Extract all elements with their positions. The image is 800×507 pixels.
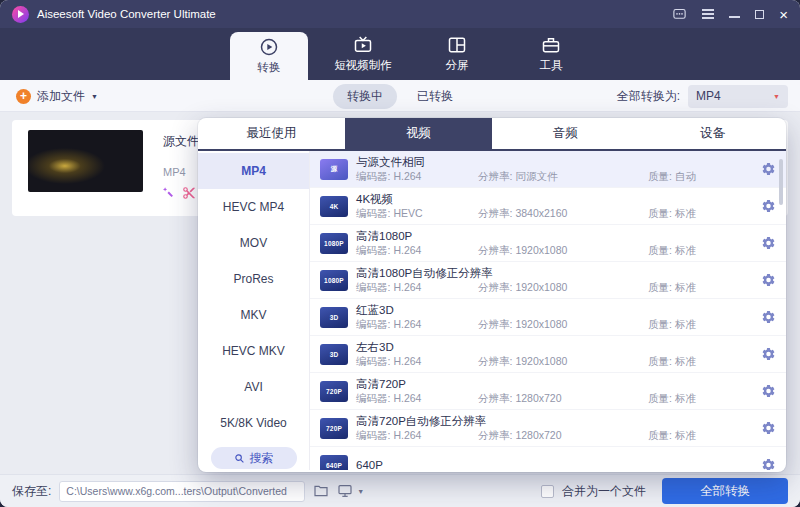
preset-details: 编码器:H.264 分辨率:同源文件 质量:自动	[356, 171, 760, 182]
save-to-label: 保存至:	[12, 483, 51, 500]
tab-toolbox[interactable]: 工具	[512, 28, 590, 80]
sidebar-item-5k8k[interactable]: 5K/8K Video	[198, 405, 309, 441]
preset-title: 高清1080P	[356, 230, 760, 242]
maximize-button[interactable]	[755, 10, 764, 19]
preset-title: 红蓝3D	[356, 304, 760, 316]
sidebar-item-prores[interactable]: ProRes	[198, 261, 309, 297]
chevron-down-icon: ▼	[773, 93, 780, 100]
sidebar-item-mkv[interactable]: MKV	[198, 297, 309, 333]
output-path-input[interactable]	[59, 481, 305, 502]
preset-title: 高清720P	[356, 378, 760, 390]
preset-title: 640P	[356, 459, 760, 470]
search-icon	[234, 453, 245, 464]
tab-device[interactable]: 设备	[639, 118, 786, 149]
nav-bar: 转换 短视频制作 分屏 工具	[0, 28, 800, 80]
output-format-select[interactable]: MP4 ▼	[688, 85, 788, 108]
open-folder-icon[interactable]	[313, 483, 329, 499]
app-logo-icon	[12, 6, 29, 23]
bottom-bar: 保存至: ▼ 合并为一个文件 全部转换	[0, 474, 800, 507]
close-button[interactable]: ×	[779, 7, 788, 22]
search-button[interactable]: 搜索	[211, 447, 297, 469]
preset-badge: 1080P	[320, 270, 348, 291]
preset-badge: 3D	[320, 307, 348, 328]
preset-row[interactable]: 640P 640P	[310, 447, 786, 470]
add-files-label: 添加文件	[37, 88, 85, 105]
preset-row[interactable]: 1080P 高清1080P自动修正分辨率 编码器:H.264 分辨率:1920x…	[310, 262, 786, 299]
preset-title: 4K视频	[356, 193, 760, 205]
gear-icon[interactable]	[761, 236, 776, 251]
plus-icon: +	[16, 89, 31, 104]
sidebar-item-mov[interactable]: MOV	[198, 225, 309, 261]
video-thumbnail	[28, 130, 143, 192]
edit-icon[interactable]	[161, 186, 175, 204]
tab-label: 短视频制作	[334, 58, 392, 73]
preset-row[interactable]: 3D 左右3D 编码器:H.264 分辨率:1920x1080 质量:标准	[310, 336, 786, 373]
menu-icon[interactable]	[702, 9, 714, 19]
preset-details: 编码器:HEVC 分辨率:3840x2160 质量:标准	[356, 208, 760, 219]
preset-row[interactable]: 720P 高清720P自动修正分辨率 编码器:H.264 分辨率:1280x72…	[310, 410, 786, 447]
add-files-button[interactable]: + 添加文件 ▼	[16, 80, 98, 112]
sidebar-item-hevc-mp4[interactable]: HEVC MP4	[198, 189, 309, 225]
preset-badge: 1080P	[320, 233, 348, 254]
converted-tab[interactable]: 已转换	[403, 84, 467, 109]
preset-list: 源 与源文件相同 编码器:H.264 分辨率:同源文件 质量:自动 4K	[310, 151, 786, 470]
toolbox-icon	[541, 35, 561, 55]
tab-split-screen[interactable]: 分屏	[418, 28, 496, 80]
tab-recent[interactable]: 最近使用	[198, 118, 345, 149]
tab-label: 工具	[540, 58, 563, 73]
titlebar: Aiseesoft Video Converter Ultimate ×	[0, 0, 800, 28]
app-window: Aiseesoft Video Converter Ultimate × 转换 …	[0, 0, 800, 507]
preset-title: 与源文件相同	[356, 156, 760, 168]
gear-icon[interactable]	[761, 310, 776, 325]
feedback-icon[interactable]	[672, 7, 687, 22]
preset-details: 编码器:H.264 分辨率:1920x1080 质量:标准	[356, 245, 760, 256]
preset-row[interactable]: 源 与源文件相同 编码器:H.264 分辨率:同源文件 质量:自动	[310, 151, 786, 188]
format-picker-tabs: 最近使用 视频 音频 设备	[198, 118, 786, 151]
minimize-button[interactable]	[729, 16, 740, 18]
preset-title: 高清720P自动修正分辨率	[356, 415, 760, 427]
chevron-down-icon: ▼	[357, 488, 364, 495]
convert-all-button[interactable]: 全部转换	[662, 478, 788, 504]
merge-checkbox[interactable]	[541, 485, 554, 498]
search-label: 搜索	[250, 450, 274, 467]
sidebar-item-hevc-mkv[interactable]: HEVC MKV	[198, 333, 309, 369]
tab-label: 分屏	[446, 58, 469, 73]
preset-row[interactable]: 1080P 高清1080P 编码器:H.264 分辨率:1920x1080 质量…	[310, 225, 786, 262]
merge-label: 合并为一个文件	[562, 483, 646, 500]
gear-icon[interactable]	[761, 162, 776, 177]
disc-icon	[259, 37, 279, 57]
gear-icon[interactable]	[761, 458, 776, 471]
sidebar-item-mp4[interactable]: MP4	[198, 153, 309, 189]
tab-convert[interactable]: 转换	[230, 32, 308, 80]
chevron-down-icon: ▼	[91, 93, 98, 100]
convert-all-to-label: 全部转换为:	[617, 88, 680, 105]
preset-row[interactable]: 3D 红蓝3D 编码器:H.264 分辨率:1920x1080 质量:标准	[310, 299, 786, 336]
converting-tab[interactable]: 转换中	[333, 84, 397, 109]
gear-icon[interactable]	[761, 199, 776, 214]
format-picker-popup: 最近使用 视频 音频 设备 MP4 HEVC MP4 MOV ProRes MK…	[198, 118, 786, 472]
preset-badge: 720P	[320, 418, 348, 439]
scrollbar-thumb[interactable]	[779, 159, 783, 205]
preset-title: 高清1080P自动修正分辨率	[356, 267, 760, 279]
output-device-icon[interactable]	[337, 483, 353, 499]
tab-short-video[interactable]: 短视频制作	[324, 28, 402, 80]
preset-title: 左右3D	[356, 341, 760, 353]
preset-row[interactable]: 4K 4K视频 编码器:HEVC 分辨率:3840x2160 质量:标准	[310, 188, 786, 225]
tab-video[interactable]: 视频	[345, 118, 492, 149]
preset-badge: 3D	[320, 344, 348, 365]
file-format: MP4	[163, 166, 186, 178]
format-sidebar: MP4 HEVC MP4 MOV ProRes MKV HEVC MKV AVI…	[198, 151, 310, 470]
preset-details: 编码器:H.264 分辨率:1920x1080 质量:标准	[356, 356, 760, 367]
app-title: Aiseesoft Video Converter Ultimate	[37, 8, 216, 20]
output-format-value: MP4	[696, 89, 721, 103]
gear-icon[interactable]	[761, 347, 776, 362]
gear-icon[interactable]	[761, 273, 776, 288]
preset-badge: 4K	[320, 196, 348, 217]
preset-row[interactable]: 720P 高清720P 编码器:H.264 分辨率:1280x720 质量:标准	[310, 373, 786, 410]
gear-icon[interactable]	[761, 384, 776, 399]
tab-audio[interactable]: 音频	[492, 118, 639, 149]
sidebar-item-avi[interactable]: AVI	[198, 369, 309, 405]
preset-details: 编码器:H.264 分辨率:1280x720 质量:标准	[356, 430, 760, 441]
cut-icon[interactable]	[182, 186, 196, 204]
gear-icon[interactable]	[761, 421, 776, 436]
